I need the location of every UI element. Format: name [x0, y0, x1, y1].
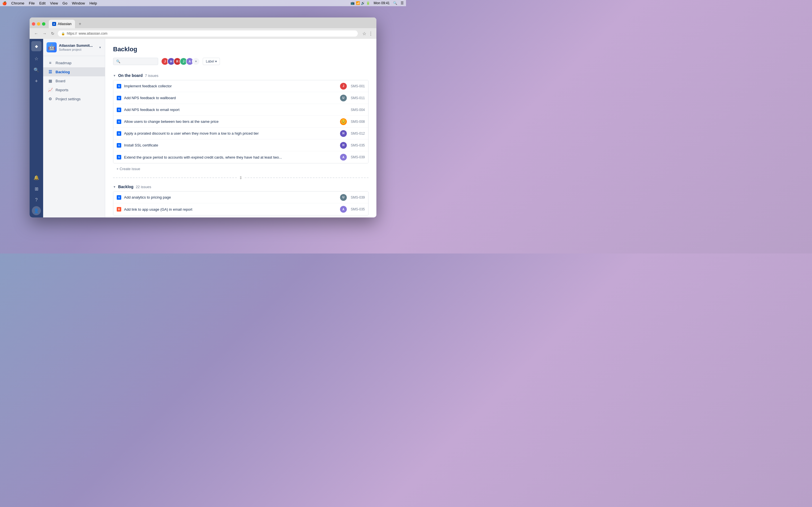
bookmark-icon[interactable]: ☆ [362, 31, 366, 36]
issue-type-icon: S [117, 195, 121, 200]
issue-id: SMS-035 [351, 207, 365, 211]
reports-icon: 📈 [48, 88, 53, 92]
issue-assignee: H [340, 130, 347, 137]
create-issue-button[interactable]: + Create issue [113, 165, 368, 173]
search-box[interactable]: 🔍 [113, 58, 158, 65]
project-sidebar: 🤖 Atlassian Summit... Software project ▼… [43, 39, 105, 217]
on-board-count: 7 issues [145, 73, 158, 78]
issue-text: Apply a prorated discount to a user when… [124, 131, 337, 135]
apple-menu[interactable]: 🍎 [2, 1, 7, 5]
filters-bar: 🔍 J H R J A + Label ▾ [113, 57, 368, 65]
sidebar-item-roadmap[interactable]: ≡ Roadmap [43, 58, 105, 67]
on-the-board-header[interactable]: ▼ On the board 7 issues [113, 71, 368, 80]
menu-help[interactable]: Help [89, 1, 97, 5]
sort-icon: ⇕ [239, 175, 243, 180]
menu-file[interactable]: File [29, 1, 35, 5]
menu-chrome[interactable]: Chrome [11, 1, 24, 5]
sidebar-item-home[interactable]: ◆ [31, 41, 42, 51]
issue-row[interactable]: S Implement feedback collector J SMS-001 [113, 80, 368, 92]
issue-id: SMS-012 [351, 131, 365, 135]
issue-row[interactable]: S Add NPS feedback to wallboard U SMS-01… [113, 92, 368, 104]
more-options-icon[interactable]: ⋮ [368, 31, 373, 36]
sidebar-item-project-settings[interactable]: ⚙ Project settings [43, 94, 105, 103]
issue-assignee: 😊 [340, 118, 347, 125]
sidebar-item-backlog[interactable]: ☰ Backlog [43, 67, 105, 76]
issue-assignee: A [340, 206, 347, 213]
issue-assignee: U [340, 194, 347, 201]
issue-row[interactable]: S Install SSL certificate H SMS-035 [113, 139, 368, 151]
sidebar-item-reports[interactable]: 📈 Reports [43, 86, 105, 94]
new-tab-button[interactable]: + [77, 20, 84, 27]
issue-id: SMS-039 [351, 155, 365, 159]
project-header[interactable]: 🤖 Atlassian Summit... Software project ▼ [43, 39, 105, 56]
issue-text: Install SSL certificate [124, 143, 337, 147]
lock-icon: 🔒 [61, 32, 65, 36]
label-filter-button[interactable]: Label ▾ [203, 58, 220, 65]
backlog-section-count: 22 issues [136, 185, 151, 189]
issue-text: Add NPS feedback to wallboard [124, 96, 337, 100]
sidebar-item-board[interactable]: ▦ Board [43, 76, 105, 86]
issue-row[interactable]: S Add NPS feedback to email report SMS-0… [113, 104, 368, 116]
browser-tab[interactable]: A Atlassian [49, 20, 75, 28]
sidebar-item-search[interactable]: 🔍 [31, 65, 42, 75]
main-content: Backlog 🔍 J H R J A + Label ▾ [105, 39, 376, 217]
sidebar-item-help[interactable]: ? [31, 195, 42, 205]
section-divider: ⇕ [113, 174, 368, 181]
search-menubar-icon[interactable]: 🔍 [393, 1, 397, 5]
menu-edit[interactable]: Edit [39, 1, 45, 5]
sidebar-label-board: Board [56, 79, 65, 83]
menu-clock: Mon 09:41 [373, 1, 390, 5]
avatar-filter-more[interactable]: + [192, 57, 200, 65]
settings-icon: ⚙ [48, 97, 53, 101]
sidebar-label-roadmap: Roadmap [56, 61, 71, 65]
issue-row[interactable]: S Apply a prorated discount to a user wh… [113, 128, 368, 139]
issue-id: SMS-035 [351, 144, 365, 147]
tab-label: Atlassian [58, 22, 71, 26]
tab-bar: A Atlassian + [30, 17, 376, 28]
search-filter-icon: 🔍 [116, 59, 120, 63]
url-protocol: https:// [67, 32, 77, 36]
sidebar-nav: ≡ Roadmap ☰ Backlog ▦ Board 📈 Reports ⚙ [43, 56, 105, 106]
menu-view[interactable]: View [50, 1, 58, 5]
sidebar-item-notifications[interactable]: 🔔 [31, 172, 42, 182]
sidebar-item-apps[interactable]: ⊞ [31, 184, 42, 194]
backlog-section-title: Backlog [118, 184, 133, 189]
close-button[interactable] [32, 22, 35, 25]
menu-bar-right: 📺 📶 🔊 🔋 Mon 09:41 🔍 ☰ [350, 1, 404, 5]
menu-window[interactable]: Window [72, 1, 85, 5]
issue-type-icon: S [117, 119, 121, 124]
menu-go[interactable]: Go [63, 1, 67, 5]
minimize-button[interactable] [37, 22, 40, 25]
sidebar-label-reports: Reports [56, 88, 68, 92]
issue-id: SMS-001 [351, 84, 365, 88]
sidebar-item-profile[interactable]: 👤 [32, 206, 41, 215]
issue-type-icon: S [117, 155, 121, 159]
issue-type-icon: S [117, 84, 121, 89]
sidebar-item-starred[interactable]: ☆ [31, 54, 42, 64]
issue-text: Allow users to change between two tiers … [124, 119, 337, 124]
backlog-section-header[interactable]: ▼ Backlog 22 issues [113, 182, 368, 191]
issue-row[interactable]: B Add link to app usage (GA) in email re… [113, 203, 368, 215]
traffic-lights [32, 22, 45, 25]
issue-row[interactable]: S Extend the grace period to accounts wi… [113, 151, 368, 163]
issue-text: Implement feedback collector [124, 84, 337, 88]
reload-button[interactable]: ↻ [50, 31, 56, 36]
address-actions: ☆ ⋮ [362, 31, 373, 36]
issue-id: SMS-008 [351, 120, 365, 124]
project-chevron-icon: ▼ [99, 46, 101, 49]
control-center-icon[interactable]: ☰ [401, 1, 404, 5]
issue-row[interactable]: S Allow users to change between two tier… [113, 116, 368, 128]
backlog-chevron-icon: ▼ [113, 185, 116, 188]
forward-button[interactable]: → [42, 31, 48, 36]
back-button[interactable]: ← [33, 31, 39, 36]
issue-row[interactable]: S Add analytics to pricing page U SMS-03… [113, 191, 368, 203]
issue-id: SMS-011 [351, 96, 365, 100]
on-board-issue-list: S Implement feedback collector J SMS-001… [113, 80, 368, 163]
far-sidebar-bottom: 🔔 ⊞ ? 👤 [31, 172, 42, 215]
system-icons: 📺 📶 🔊 🔋 [350, 1, 370, 5]
maximize-button[interactable] [42, 22, 45, 25]
sidebar-item-create[interactable]: + [31, 76, 42, 86]
url-bar[interactable]: 🔒 https:// www.atlassian.com [58, 31, 358, 37]
app-container: ◆ ☆ 🔍 + 🔔 ⊞ ? 👤 🤖 Atlassian Summit... So… [30, 39, 376, 217]
menu-bar: 🍎 Chrome File Edit View Go Window Help 📺… [0, 0, 406, 6]
